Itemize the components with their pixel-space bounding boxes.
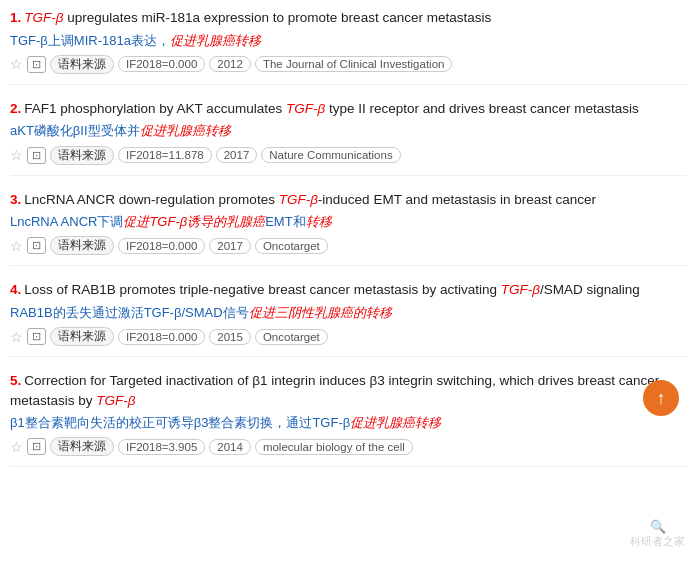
journal-tag: molecular biology of the cell <box>255 439 413 455</box>
if-tag: IF2018=0.000 <box>118 329 205 345</box>
result-number: 2. <box>10 101 21 116</box>
result-chinese-title: TGF-β上调MIR-181a表达，促进乳腺癌转移 <box>10 32 687 50</box>
result-title: 5.Correction for Targeted inactivation o… <box>10 371 687 410</box>
cite-icon[interactable]: ⊡ <box>27 147 46 164</box>
if-tag: IF2018=0.000 <box>118 56 205 72</box>
journal-tag: Nature Communications <box>261 147 400 163</box>
journal-tag: Oncotarget <box>255 238 328 254</box>
if-tag: IF2018=0.000 <box>118 238 205 254</box>
star-icon[interactable]: ☆ <box>10 439 23 455</box>
source-tag[interactable]: 语料来源 <box>50 146 114 165</box>
if-tag: IF2018=11.878 <box>118 147 212 163</box>
year-tag: 2017 <box>209 238 251 254</box>
star-icon[interactable]: ☆ <box>10 238 23 254</box>
result-list: 1.TGF-β upregulates miR-181a expression … <box>10 8 687 467</box>
result-meta: ☆⊡语料来源IF2018=0.0002015Oncotarget <box>10 327 687 346</box>
watermark: 🔍 科研者之家 <box>630 519 685 549</box>
cite-icon[interactable]: ⊡ <box>27 237 46 254</box>
result-item: 1.TGF-β upregulates miR-181a expression … <box>10 8 687 85</box>
result-item: 5.Correction for Targeted inactivation o… <box>10 371 687 467</box>
result-title: 3.LncRNA ANCR down-regulation promotes T… <box>10 190 687 210</box>
result-meta: ☆⊡语料来源IF2018=11.8782017Nature Communicat… <box>10 146 687 165</box>
result-number: 4. <box>10 282 21 297</box>
result-chinese-title: RAB1B的丢失通过激活TGF-β/SMAD信号促进三阴性乳腺癌的转移 <box>10 304 687 322</box>
source-tag[interactable]: 语料来源 <box>50 437 114 456</box>
result-chinese-title: LncRNA ANCR下调促进TGF-β诱导的乳腺癌EMT和转移 <box>10 213 687 231</box>
year-tag: 2017 <box>216 147 258 163</box>
journal-tag: The Journal of Clinical Investigation <box>255 56 453 72</box>
result-item: 3.LncRNA ANCR down-regulation promotes T… <box>10 190 687 267</box>
result-chinese-title: aKT磷酸化βII型受体并促进乳腺癌转移 <box>10 122 687 140</box>
cite-icon[interactable]: ⊡ <box>27 328 46 345</box>
source-tag[interactable]: 语料来源 <box>50 55 114 74</box>
source-tag[interactable]: 语料来源 <box>50 327 114 346</box>
year-tag: 2015 <box>209 329 251 345</box>
result-item: 2.FAF1 phosphorylation by AKT accumulate… <box>10 99 687 176</box>
result-title: 2.FAF1 phosphorylation by AKT accumulate… <box>10 99 687 119</box>
result-item: 4.Loss of RAB1B promotes triple-negative… <box>10 280 687 357</box>
result-meta: ☆⊡语料来源IF2018=3.9052014molecular biology … <box>10 437 687 456</box>
cite-icon[interactable]: ⊡ <box>27 56 46 73</box>
star-icon[interactable]: ☆ <box>10 147 23 163</box>
result-number: 3. <box>10 192 21 207</box>
scroll-up-button[interactable]: ↑ <box>643 380 679 416</box>
result-title: 4.Loss of RAB1B promotes triple-negative… <box>10 280 687 300</box>
result-meta: ☆⊡语料来源IF2018=0.0002017Oncotarget <box>10 236 687 255</box>
result-number: 5. <box>10 373 21 388</box>
result-title: 1.TGF-β upregulates miR-181a expression … <box>10 8 687 28</box>
year-tag: 2012 <box>209 56 251 72</box>
star-icon[interactable]: ☆ <box>10 329 23 345</box>
star-icon[interactable]: ☆ <box>10 56 23 72</box>
result-number: 1. <box>10 10 21 25</box>
journal-tag: Oncotarget <box>255 329 328 345</box>
source-tag[interactable]: 语料来源 <box>50 236 114 255</box>
cite-icon[interactable]: ⊡ <box>27 438 46 455</box>
if-tag: IF2018=3.905 <box>118 439 205 455</box>
result-meta: ☆⊡语料来源IF2018=0.0002012The Journal of Cli… <box>10 55 687 74</box>
result-chinese-title: β1整合素靶向失活的校正可诱导β3整合素切换，通过TGF-β促进乳腺癌转移 <box>10 414 687 432</box>
year-tag: 2014 <box>209 439 251 455</box>
